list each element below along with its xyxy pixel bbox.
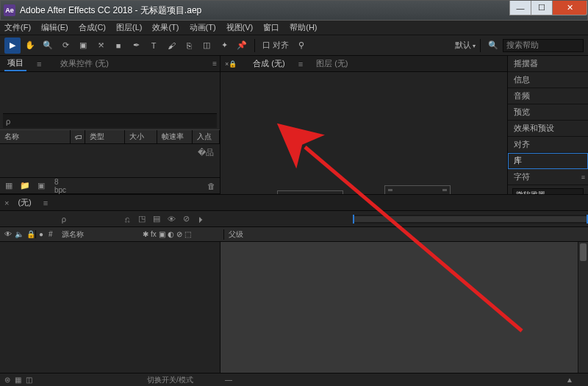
menu-window[interactable]: 窗口 xyxy=(263,22,279,33)
menu-edit[interactable]: 编辑(E) xyxy=(41,22,68,33)
timeline-search-icon[interactable]: ρ xyxy=(59,214,69,224)
panel-tabs-menu-icon[interactable]: ≡ xyxy=(34,58,44,70)
menu-layer[interactable]: 图层(L) xyxy=(116,22,142,33)
timeline-tabs-menu-icon[interactable]: ≡ xyxy=(43,199,48,207)
tool-brush[interactable]: 🖌 xyxy=(163,37,179,54)
toggle-switches-modes[interactable]: 切换开关/模式 xyxy=(147,375,193,385)
search-icon: 🔍 xyxy=(485,37,501,54)
switch-fx-icon[interactable]: fx xyxy=(151,230,157,238)
tool-zoom[interactable]: 🔍 xyxy=(40,37,56,54)
label-column-icon[interactable]: ● xyxy=(35,230,49,238)
menu-comp[interactable]: 合成(C) xyxy=(79,22,106,33)
zoom-out-icon[interactable]: — xyxy=(220,376,232,384)
search-help-input[interactable]: 搜索帮助 xyxy=(503,39,584,52)
tool-rotate[interactable]: ⟳ xyxy=(57,37,74,54)
footer-toggle-icon-1[interactable]: ⊜ xyxy=(0,376,10,384)
timeline-icon-1[interactable]: ⎌ xyxy=(122,214,132,224)
panel-effects[interactable]: 效果和预设 xyxy=(508,121,588,137)
menu-effect[interactable]: 效果(T) xyxy=(152,22,179,33)
timeline-layers-area[interactable] xyxy=(0,242,220,373)
audio-column-icon[interactable]: 🔈 xyxy=(15,230,24,238)
tab-composition[interactable]: 合成 (无) xyxy=(253,58,284,69)
timeline-icon-3[interactable]: ▤ xyxy=(151,214,162,224)
lock-icon[interactable]: ×🔒 xyxy=(225,60,237,68)
timeline-tab[interactable]: (无) xyxy=(12,196,37,210)
col-name[interactable]: 名称 xyxy=(0,130,71,143)
tool-text[interactable]: T xyxy=(146,37,162,54)
switch-shy-icon[interactable]: ✱ xyxy=(143,230,148,238)
snap-options-icon[interactable]: ⚲ xyxy=(293,37,309,54)
project-list[interactable]: �品 xyxy=(0,144,220,177)
panel-menu-icon[interactable]: ≡ xyxy=(212,60,217,68)
footer-toggle-icon-3[interactable]: ◫ xyxy=(21,376,32,384)
timeline-icon-5[interactable]: ⊘ xyxy=(181,214,191,224)
menubar: 文件(F) 编辑(E) 合成(C) 图层(L) 效果(T) 动画(T) 视图(V… xyxy=(0,21,588,35)
source-name-header[interactable]: 源名称 xyxy=(62,229,143,240)
panel-preview[interactable]: 预览 xyxy=(508,104,588,121)
switch-quality-icon[interactable]: ◐ xyxy=(168,230,174,238)
new-comp-icon[interactable]: ▣ xyxy=(35,180,47,192)
panel-align[interactable]: 对齐 xyxy=(508,137,588,153)
timeline-icon-6[interactable]: ⏵ xyxy=(196,214,206,224)
tab-layer-viewer[interactable]: 图层 (无) xyxy=(316,58,348,69)
menu-help[interactable]: 帮助(H) xyxy=(290,22,317,33)
window-minimize-button[interactable]: — xyxy=(509,1,531,15)
tool-pen[interactable]: ✒ xyxy=(128,37,144,54)
toolbar: ▶ ✋ 🔍 ⟳ ▣ ⤧ ■ ✒ T 🖌 ⎘ ◫ ✦ 📌 口 对齐 ⚲ 默认 🔍 … xyxy=(0,35,588,56)
bpc-toggle[interactable]: 8 bpc xyxy=(54,180,66,192)
menu-file[interactable]: 文件(F) xyxy=(4,22,31,33)
tool-camera[interactable]: ▣ xyxy=(75,37,91,54)
timeline-vertical-scrollbar[interactable] xyxy=(578,242,588,373)
trash-icon[interactable]: 🗑 xyxy=(205,180,217,192)
switch-motion-blur-icon[interactable]: ⊘ xyxy=(176,230,182,238)
tab-effect-controls[interactable]: 效果控件 (无) xyxy=(57,57,111,71)
workspace-dropdown[interactable]: 默认 xyxy=(455,40,476,51)
switch-3d-icon[interactable]: ⬚ xyxy=(184,230,191,238)
timeline-tracks-area[interactable] xyxy=(220,242,588,373)
tool-stamp[interactable]: ⎘ xyxy=(181,37,197,54)
comp-tabs-menu-icon[interactable]: ≡ xyxy=(298,60,303,68)
window-maximize-button[interactable]: ☐ xyxy=(531,1,553,15)
tool-roto[interactable]: ✦ xyxy=(216,37,232,54)
project-search-input[interactable]: ρ xyxy=(3,113,217,128)
tool-shape[interactable]: ■ xyxy=(110,37,126,54)
panel-wiggler[interactable]: 摇摆器 xyxy=(508,56,588,72)
panel-library[interactable]: 库 xyxy=(508,153,588,169)
snap-toggle[interactable]: 口 对齐 xyxy=(262,40,289,51)
parent-header[interactable]: 父级 xyxy=(223,229,282,240)
menu-anim[interactable]: 动画(T) xyxy=(190,22,216,33)
panel-audio[interactable]: 音频 xyxy=(508,88,588,104)
interpret-footage-icon[interactable]: ▦ xyxy=(3,180,15,192)
switch-collapse-icon[interactable]: ▣ xyxy=(159,230,165,238)
col-type[interactable]: 类型 xyxy=(85,130,125,143)
character-menu-icon[interactable]: ≡ xyxy=(581,174,585,181)
eye-column-icon[interactable]: 👁 xyxy=(4,230,12,238)
tool-panbehind[interactable]: ⤧ xyxy=(93,37,109,54)
col-label-icon[interactable]: 🏷 xyxy=(71,130,85,143)
panel-info[interactable]: 信息 xyxy=(508,72,588,88)
timeline-icon-4[interactable]: 👁 xyxy=(166,214,176,224)
app-icon: Ae xyxy=(4,4,15,16)
col-framerate[interactable]: 帧速率 xyxy=(157,130,193,143)
tool-selection[interactable]: ▶ xyxy=(4,37,21,54)
tab-project[interactable]: 项目 xyxy=(4,56,26,71)
footer-toggle-icon-2[interactable]: ▦ xyxy=(10,376,21,384)
col-inpoint[interactable]: 入点 xyxy=(193,130,220,143)
timeline-ruler[interactable] xyxy=(353,215,588,224)
zoom-in-icon[interactable]: ▲ xyxy=(566,376,588,384)
project-column-header: 名称 🏷 类型 大小 帧速率 入点 xyxy=(0,129,220,144)
tool-eraser[interactable]: ◫ xyxy=(198,37,215,54)
timeline-tab-close-icon[interactable]: × xyxy=(4,199,9,207)
tool-puppet[interactable]: 📌 xyxy=(234,37,250,54)
new-folder-icon[interactable]: 📁 xyxy=(19,180,31,192)
panel-character[interactable]: 字符≡ xyxy=(508,169,588,185)
timeline-icon-2[interactable]: ◳ xyxy=(137,214,147,224)
tool-hand[interactable]: ✋ xyxy=(22,37,38,54)
window-title: Adobe After Effects CC 2018 - 无标题项目.aep xyxy=(20,4,201,17)
window-close-button[interactable]: ✕ xyxy=(552,1,587,15)
window-titlebar: Ae Adobe After Effects CC 2018 - 无标题项目.a… xyxy=(0,0,588,21)
menu-view[interactable]: 视图(V) xyxy=(226,22,254,33)
lock-column-icon[interactable]: 🔒 xyxy=(26,230,35,238)
project-flow-icon: �品 xyxy=(0,144,220,161)
col-size[interactable]: 大小 xyxy=(125,130,157,143)
